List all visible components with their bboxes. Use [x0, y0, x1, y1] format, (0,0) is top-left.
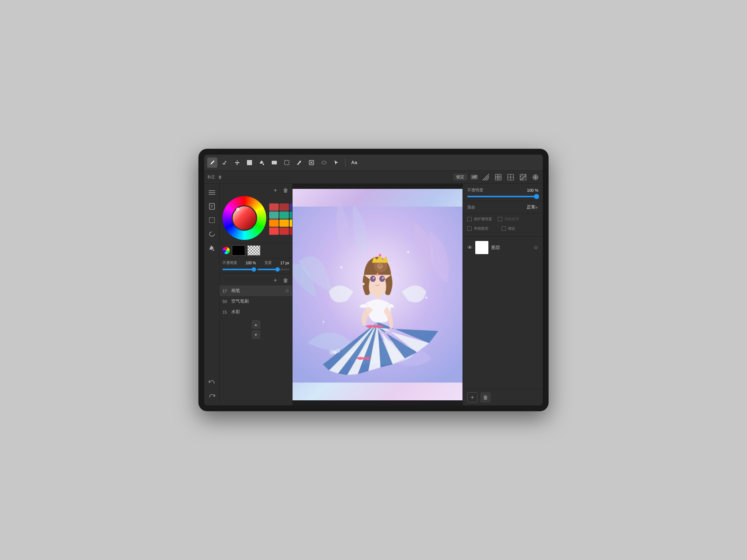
main-area: + 🗑: [204, 184, 543, 405]
circle-grid-icon[interactable]: [531, 173, 540, 182]
canvas-area[interactable]: [293, 184, 462, 405]
tablet-frame: Aa 补正 0 锁定 off: [198, 149, 549, 411]
svg-point-49: [336, 349, 340, 353]
svg-rect-2: [285, 160, 289, 165]
brush-controls: 不透明度 100 % 宽度 17 px: [220, 258, 292, 274]
eyedropper-tool[interactable]: [294, 158, 304, 168]
svg-point-4: [322, 161, 326, 164]
toolbar-separator: [345, 158, 345, 167]
fill-tool[interactable]: [244, 158, 255, 168]
add-layer-button[interactable]: +: [467, 392, 477, 402]
brush-item[interactable]: 17 画笔 ⚙: [220, 285, 292, 296]
add-color-button[interactable]: +: [272, 187, 279, 194]
transform-tool[interactable]: [306, 158, 317, 168]
delete-layer-button[interactable]: 🗑: [480, 392, 491, 402]
swatch[interactable]: [290, 211, 293, 219]
left-sidebar: [204, 184, 220, 405]
grid-alt-icon[interactable]: [506, 173, 515, 182]
artwork-canvas: [293, 189, 462, 400]
layer-row: 👁 图层 ⚙: [467, 240, 538, 256]
lock-layer-checkbox[interactable]: [502, 226, 506, 231]
draft-label: 草稿图层: [474, 226, 488, 231]
blend-arrow-icon: ▶: [535, 205, 538, 209]
width-label: 宽度: [264, 260, 272, 265]
new-file-icon[interactable]: [206, 201, 218, 212]
swatch[interactable]: [290, 203, 293, 211]
protect-alpha-checkbox[interactable]: [467, 217, 472, 221]
scroll-down-button[interactable]: ▼: [252, 330, 260, 339]
off-badge: off: [471, 175, 478, 179]
redo-icon[interactable]: [206, 391, 218, 402]
undo-icon[interactable]: [206, 377, 218, 389]
opacity-slider[interactable]: [467, 196, 538, 197]
top-toolbar: Aa: [204, 155, 543, 171]
swatch[interactable]: [279, 228, 289, 235]
svg-point-34: [363, 357, 365, 359]
layer-gear-icon[interactable]: ⚙: [534, 245, 538, 250]
opacity-slider[interactable]: [222, 269, 255, 270]
swatch[interactable]: [279, 211, 289, 219]
swatch[interactable]: [269, 228, 279, 235]
select-tool[interactable]: [319, 158, 329, 168]
color-section: + 🗑: [220, 184, 292, 243]
svg-line-17: [520, 174, 523, 177]
bucket-tool[interactable]: [257, 158, 267, 168]
paint-bucket-icon[interactable]: [206, 242, 218, 254]
move-tool[interactable]: [232, 158, 242, 168]
select-rect-icon[interactable]: [206, 214, 218, 226]
svg-rect-29: [209, 218, 214, 223]
swatch[interactable]: [279, 219, 289, 227]
cursor-tool[interactable]: [331, 158, 341, 168]
shape-tool[interactable]: [269, 158, 279, 168]
clipping-label: 剪贴纹理: [504, 217, 519, 222]
foreground-color[interactable]: [232, 245, 245, 256]
swatch[interactable]: [269, 211, 279, 219]
brush-item[interactable]: 50 空气笔刷: [220, 296, 292, 307]
left-panel: + 🗑: [220, 184, 293, 405]
text-tool[interactable]: Aa: [349, 158, 359, 168]
clipping-checkbox[interactable]: [498, 217, 502, 221]
add-brush-button[interactable]: +: [272, 277, 279, 284]
draft-checkbox[interactable]: [467, 226, 472, 231]
svg-line-5: [483, 174, 489, 180]
swatch[interactable]: [269, 219, 279, 227]
diagonal-lines-icon[interactable]: [481, 173, 490, 182]
right-panel: 不透明度 100 % 混合 正常 ▶: [462, 184, 543, 405]
delete-brush-button[interactable]: 🗑: [282, 277, 289, 284]
layer-section: 👁 图层 ⚙: [463, 237, 543, 389]
color-wheel[interactable]: [222, 196, 266, 240]
svg-point-45: [382, 277, 384, 279]
brush-name: 画笔: [231, 288, 285, 294]
swatch[interactable]: [269, 203, 279, 211]
svg-rect-1: [272, 161, 277, 164]
lock-button[interactable]: 锁定: [453, 174, 467, 180]
swatch[interactable]: [290, 219, 293, 227]
layer-visibility-icon[interactable]: 👁: [467, 245, 472, 250]
width-value: 17 px: [280, 261, 289, 265]
delete-color-button[interactable]: 🗑: [282, 187, 289, 194]
protect-alpha-label: 保护透明度: [474, 217, 492, 222]
swatch[interactable]: [290, 228, 293, 235]
select-rect-tool[interactable]: [282, 158, 292, 168]
grid-icon[interactable]: [494, 173, 503, 182]
svg-point-46: [362, 283, 365, 285]
diagonal-fill-icon[interactable]: [519, 173, 527, 182]
checkboxes-section: 保护透明度 剪贴纹理 草稿图层: [463, 214, 543, 237]
svg-point-33: [373, 325, 376, 328]
brush-item[interactable]: 15 水彩: [220, 307, 292, 317]
svg-rect-28: [209, 203, 214, 209]
background-color[interactable]: [247, 245, 260, 256]
pen-tool[interactable]: [207, 158, 217, 168]
svg-point-44: [373, 277, 375, 279]
eraser-tool[interactable]: [220, 158, 230, 168]
width-slider[interactable]: [258, 269, 290, 270]
brush-gear-icon[interactable]: ⚙: [285, 288, 289, 293]
swatch[interactable]: [279, 203, 289, 211]
scroll-up-button[interactable]: ▲: [252, 320, 260, 329]
lasso-icon[interactable]: [206, 228, 218, 240]
correction-value: 0: [219, 175, 221, 179]
menu-icon[interactable]: [206, 187, 218, 198]
opacity-label: 不透明度: [222, 260, 237, 265]
color-palette-icon[interactable]: [222, 247, 230, 254]
blend-value[interactable]: 正常: [527, 204, 535, 210]
